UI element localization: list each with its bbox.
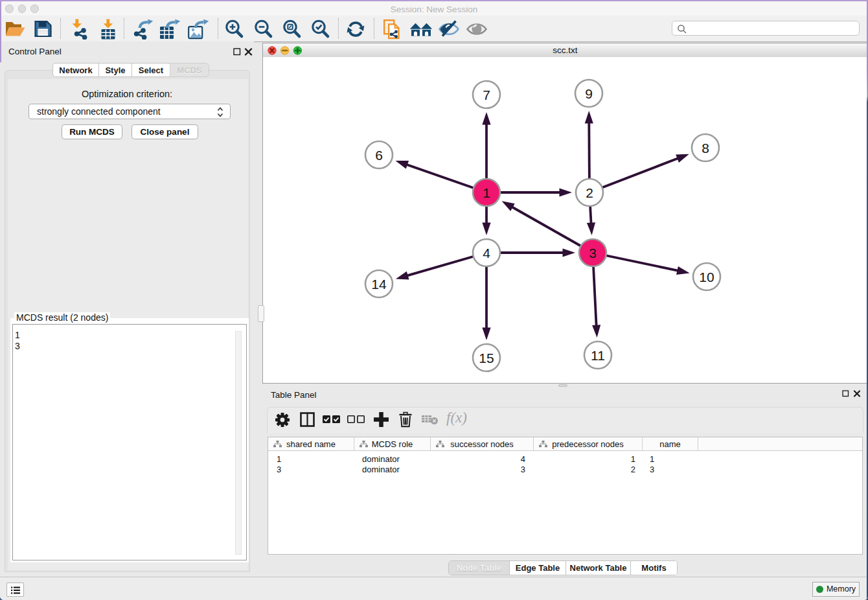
svg-text:15: 15 (479, 351, 494, 365)
svg-text:2: 2 (586, 185, 593, 200)
svg-text:6: 6 (375, 148, 383, 163)
svg-text:3: 3 (589, 246, 597, 260)
svg-text:14: 14 (371, 277, 387, 292)
svg-text:8: 8 (702, 141, 709, 156)
svg-text:1: 1 (483, 185, 490, 200)
svg-text:11: 11 (591, 348, 605, 363)
svg-text:4: 4 (483, 246, 490, 260)
svg-text:7: 7 (483, 87, 490, 102)
svg-text:9: 9 (585, 86, 593, 101)
svg-text:10: 10 (699, 270, 714, 284)
